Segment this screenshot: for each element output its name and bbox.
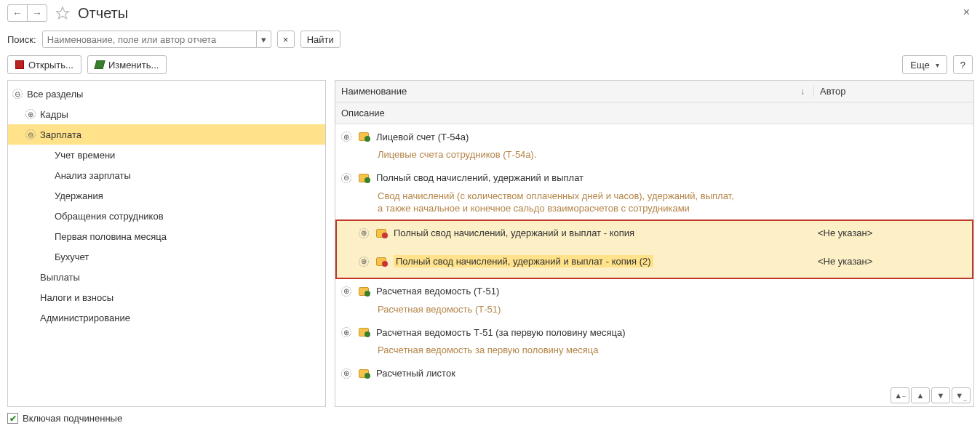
report-list-pane: Наименование ↓ Автор Описание ⊕ <box>335 80 974 407</box>
help-button[interactable]: ? <box>953 55 973 74</box>
report-icon <box>359 286 370 297</box>
report-icon <box>359 327 370 337</box>
tree-item-perv[interactable]: Первая половина месяца <box>8 226 325 246</box>
include-subordinates-checkbox[interactable]: ✔ <box>7 413 18 424</box>
search-input[interactable] <box>42 31 257 48</box>
pencil-icon <box>94 60 105 69</box>
report-row[interactable]: ⊕ Расчетный листок <box>335 361 973 387</box>
report-description: Расчетная ведомость (Т-51) <box>335 301 973 316</box>
report-icon <box>359 173 370 183</box>
expand-icon[interactable]: ⊕ <box>359 257 369 267</box>
tree-root[interactable]: ⊖ Все разделы <box>8 84 325 104</box>
include-subordinates-label: Включая подчиненные <box>23 413 122 424</box>
report-author: <Не указан> <box>812 256 972 267</box>
report-description <box>337 271 972 273</box>
report-name: Расчетная ведомость Т-51 (за первую поло… <box>376 327 626 338</box>
pager-up-button[interactable]: ▲ <box>911 387 930 403</box>
report-row[interactable]: ⊕ Расчетная ведомость (Т-51) Расчетная в… <box>335 279 973 321</box>
collapse-icon[interactable]: ⊖ <box>12 89 23 99</box>
page-title: Отчеты <box>78 5 128 22</box>
tree-item-vyplaty[interactable]: Выплаты <box>8 267 325 287</box>
tree-item-analiz[interactable]: Анализ зарплаты <box>8 165 325 185</box>
tree-item-zarplata[interactable]: ⊖ Зарплата <box>8 124 325 145</box>
collapse-icon[interactable]: ⊖ <box>341 173 351 183</box>
expand-icon[interactable]: ⊕ <box>341 132 351 142</box>
report-description: Расчетная ведомость за первую половину м… <box>335 342 973 357</box>
search-label: Поиск: <box>7 34 36 45</box>
search-clear-button[interactable]: × <box>277 31 295 48</box>
find-button[interactable]: Найти <box>300 31 340 48</box>
report-author: <Не указан> <box>812 227 972 238</box>
expand-icon[interactable]: ⊕ <box>359 228 369 238</box>
report-variant-icon <box>376 228 388 238</box>
sort-down-icon: ↓ <box>800 86 805 97</box>
column-header-name[interactable]: Наименование ↓ <box>335 86 813 97</box>
report-row[interactable]: ⊕ Расчетная ведомость Т-51 (за первую по… <box>335 320 973 361</box>
chevron-down-icon: ▾ <box>936 61 939 69</box>
tree-item-uderzh[interactable]: Удержания <box>8 185 325 206</box>
edit-button[interactable]: Изменить... <box>87 55 167 74</box>
expand-icon[interactable]: ⊕ <box>341 327 351 337</box>
expand-icon[interactable]: ⊕ <box>25 109 36 119</box>
pager-last-button[interactable]: ▼_ <box>952 387 971 403</box>
report-name: Полный свод начислений, удержаний и выпл… <box>394 255 653 267</box>
report-name: Лицевой счет (Т-54а) <box>376 132 469 142</box>
pager-down-button[interactable]: ▼ <box>931 387 950 403</box>
report-row[interactable]: ⊕ Полный свод начислений, удержаний и вы… <box>337 221 972 249</box>
report-description <box>337 243 972 245</box>
report-description: Свод начислений (с количеством оплаченны… <box>335 188 973 215</box>
report-name: Полный свод начислений, удержаний и выпл… <box>394 227 634 238</box>
favorite-star-icon[interactable] <box>55 5 71 21</box>
report-name: Расчетная ведомость (Т-51) <box>376 286 499 297</box>
report-description: Лицевые счета сотрудников (Т-54а). <box>335 146 973 161</box>
nav-back-button[interactable]: ← <box>7 4 28 22</box>
collapse-icon[interactable]: ⊖ <box>25 129 36 140</box>
clear-icon: × <box>283 34 289 45</box>
more-button[interactable]: Еще ▾ <box>902 55 947 74</box>
pager-first-button[interactable]: ▲_ <box>891 387 909 403</box>
tree-item-obrash[interactable]: Обращения сотрудников <box>8 206 325 226</box>
report-icon <box>359 132 370 142</box>
tree-item-uchet[interactable]: Учет времени <box>8 145 325 165</box>
column-header-author[interactable]: Автор <box>813 86 973 97</box>
nav-forward-button[interactable]: → <box>27 4 47 22</box>
svg-marker-0 <box>57 7 69 19</box>
open-icon <box>15 60 24 69</box>
list-pager: ▲_ ▲ ▼ ▼_ <box>891 387 971 403</box>
tree-item-kadry[interactable]: ⊕ Кадры <box>8 104 325 124</box>
sections-tree[interactable]: ⊖ Все разделы ⊕ Кадры ⊖ <box>7 80 326 407</box>
report-icon <box>359 368 370 379</box>
open-button[interactable]: Открыть... <box>7 55 81 74</box>
expand-icon[interactable]: ⊕ <box>341 368 351 379</box>
tree-item-nalogi[interactable]: Налоги и взносы <box>8 287 325 307</box>
tree-item-buh[interactable]: Бухучет <box>8 246 325 267</box>
report-variant-icon <box>376 257 388 267</box>
report-name: Расчетный листок <box>376 368 455 379</box>
report-row[interactable]: ⊖ Полный свод начислений, удержаний и вы… <box>335 166 973 220</box>
report-name: Полный свод начислений, удержаний и выпл… <box>376 172 583 183</box>
report-row[interactable]: ⊕ Лицевой счет (Т-54а) Лицевые счета сот… <box>335 124 973 166</box>
column-header-description[interactable]: Описание <box>335 108 973 118</box>
close-icon[interactable]: × <box>963 6 970 19</box>
report-row[interactable]: ⊕ Полный свод начислений, удержаний и вы… <box>337 249 972 278</box>
expand-icon[interactable]: ⊕ <box>341 286 351 297</box>
tree-item-admin[interactable]: Администрирование <box>8 307 325 328</box>
search-dropdown-button[interactable]: ▾ <box>257 31 271 48</box>
highlight-frame: ⊕ Полный свод начислений, удержаний и вы… <box>335 220 973 279</box>
